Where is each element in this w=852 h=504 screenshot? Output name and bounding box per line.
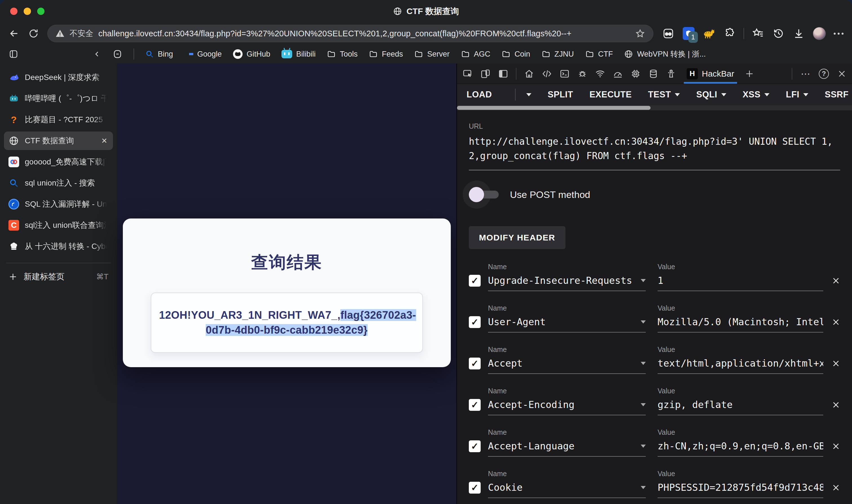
url-field[interactable]: URL http://challenge.ilovectf.cn:30434/f… [469,122,840,170]
home-icon[interactable] [524,69,534,79]
bookmark-zjnu[interactable]: ZJNU [541,50,574,58]
new-tab-button[interactable]: 新建标签页 ⌘T [4,268,113,286]
inspect-element-icon[interactable] [463,69,473,79]
bookmark-webvpn[interactable]: WebVPN 转换 | 浙... [624,49,706,59]
maximize-window-button[interactable] [37,7,45,15]
delete-header-icon[interactable] [832,359,840,368]
menu-lfi[interactable]: LFI [786,90,808,100]
close-devtools-icon[interactable] [837,69,846,78]
menu-xss[interactable]: XSS [743,90,770,100]
address-bar[interactable]: 不安全 challenge.ilovectf.cn:30434/flag.php… [47,25,654,42]
profile-avatar[interactable] [813,27,826,40]
header-name-select[interactable]: Upgrade-Insecure-Requests [488,275,646,291]
tab-hackbar[interactable]: H HackBar [684,64,737,84]
header-value-input[interactable]: gzip, deflate [658,399,823,415]
tab-panel-icon[interactable] [8,49,19,59]
favorites-icon[interactable] [752,27,764,40]
close-tab-icon[interactable]: ✕ [100,136,108,146]
goggles-extension-icon[interactable] [662,27,675,40]
menu-load-dropdown[interactable] [522,93,532,96]
lighthouse-icon[interactable] [666,69,676,79]
header-value-input[interactable]: zh-CN,zh;q=0.9,en;q=0.8,en-GB [658,440,823,457]
performance-gauge-icon[interactable] [613,69,623,79]
header-value-input[interactable]: Mozilla/5.0 (Macintosh; Intel [658,316,823,332]
delete-header-icon[interactable] [832,318,840,326]
reading-list-icon[interactable] [113,49,122,59]
menu-execute[interactable]: EXECUTE [589,90,632,100]
devtools-menu-icon[interactable]: ⋯ [801,69,810,78]
sidebar-tab-ctf2025[interactable]: ? 比赛题目 - ?CTF 2025 [4,110,113,129]
header-checkbox[interactable]: ✓ [469,399,481,411]
close-window-button[interactable] [10,7,17,15]
help-icon[interactable]: ? [819,69,829,79]
scrollbar-thumb[interactable] [457,106,650,110]
modify-header-button[interactable]: MODIFY HEADER [469,226,566,249]
post-method-toggle[interactable] [469,187,499,202]
header-name-select[interactable]: Accept-Language [488,440,646,457]
bookmark-star-icon[interactable] [635,29,645,39]
hackbar-menu-scrollbar[interactable] [457,105,852,110]
delete-header-icon[interactable] [832,442,840,450]
security-label[interactable]: 不安全 [70,28,93,39]
menu-ssrf[interactable]: SSRF [825,90,852,100]
history-icon[interactable] [772,27,785,40]
header-checkbox[interactable]: ✓ [469,440,481,452]
url-field-value[interactable]: http://challenge.ilovectf.cn:30434/flag.… [469,134,840,163]
browser-menu-icon[interactable] [834,33,844,35]
sidebar-tab-csdn[interactable]: C sql注入 union联合查询注入 [4,216,113,235]
sidebar-tab-sql-injection-blog[interactable]: SQL 注入漏洞详解 - Union [4,195,113,213]
delete-header-icon[interactable] [832,276,840,285]
device-toolbar-icon[interactable] [481,69,490,79]
extensions-puzzle-icon[interactable] [723,27,736,40]
menu-load[interactable]: LOAD [467,90,492,100]
bookmark-server[interactable]: Server [414,50,450,58]
header-value-input[interactable]: text/html,application/xhtml+xm [658,358,823,374]
back-button[interactable] [8,28,20,39]
sidebar-tab-ctf-query-active[interactable]: CTF 数据查询 ✕ [4,131,113,150]
sidebar-tab-gooood[interactable]: gooood_免费高速下载|百度 [4,152,113,171]
bookmark-bing[interactable]: Bing [145,50,173,58]
code-icon[interactable] [542,69,552,79]
bitwarden-extension-icon[interactable]: 1 [683,27,695,40]
header-checkbox[interactable]: ✓ [469,358,481,370]
sidebar-tab-sql-union-search[interactable]: sql union注入 - 搜索 [4,174,113,192]
url-text[interactable]: challenge.ilovectf.cn:30434/flag.php?id=… [98,29,630,38]
bookmark-ctf[interactable]: CTF [585,50,613,58]
bookmark-google[interactable]: Google [184,50,222,58]
sidebar-tab-cyberchef[interactable]: 从 十六进制 转换 - CyberC [4,237,113,256]
header-name-select[interactable]: Cookie [488,482,646,498]
header-name-select[interactable]: User-Agent [488,316,646,332]
panel-layout-icon[interactable] [498,69,508,79]
header-checkbox[interactable]: ✓ [469,316,481,328]
debugger-bug-icon[interactable] [577,69,588,79]
network-wifi-icon[interactable] [595,69,605,79]
add-panel-icon[interactable] [745,69,754,78]
reload-button[interactable] [28,28,39,39]
header-name-select[interactable]: Accept [488,358,646,374]
header-checkbox[interactable]: ✓ [469,275,481,287]
header-name-select[interactable]: Accept-Encoding [488,399,646,415]
delete-header-icon[interactable] [832,483,840,492]
menu-test[interactable]: TEST [648,90,680,100]
header-checkbox[interactable]: ✓ [469,482,481,493]
minimize-window-button[interactable] [24,7,31,15]
menu-sqli[interactable]: SQLI [696,90,726,100]
bookmark-bilibili[interactable]: Bilibili [281,50,316,58]
downloads-icon[interactable] [793,27,805,40]
bookmark-feeds[interactable]: Feeds [369,50,403,58]
bookmark-coin[interactable]: Coin [502,50,530,58]
menu-split[interactable]: SPLIT [548,90,573,100]
tampermonkey-cat-icon[interactable] [702,28,715,39]
memory-chip-icon[interactable] [630,69,641,79]
delete-header-icon[interactable] [832,401,840,409]
console-icon[interactable] [559,69,570,79]
sidebar-tab-bilibili[interactable]: 哔哩哔哩 (゜-゜)つロ 干杯 [4,89,113,108]
storage-icon[interactable] [648,69,658,79]
bookmark-agc[interactable]: AGC [461,50,490,58]
header-value-input[interactable]: PHPSESSID=212875fd54f9d713c48a [658,482,823,498]
sidebar-tab-deepseek[interactable]: DeepSeek | 深度求索 [4,68,113,87]
bookmark-github[interactable]: GitHub [233,49,270,59]
collapse-sidebar-chevron[interactable] [93,50,101,58]
bookmark-tools[interactable]: Tools [327,50,358,58]
header-value-input[interactable]: 1 [658,275,823,291]
